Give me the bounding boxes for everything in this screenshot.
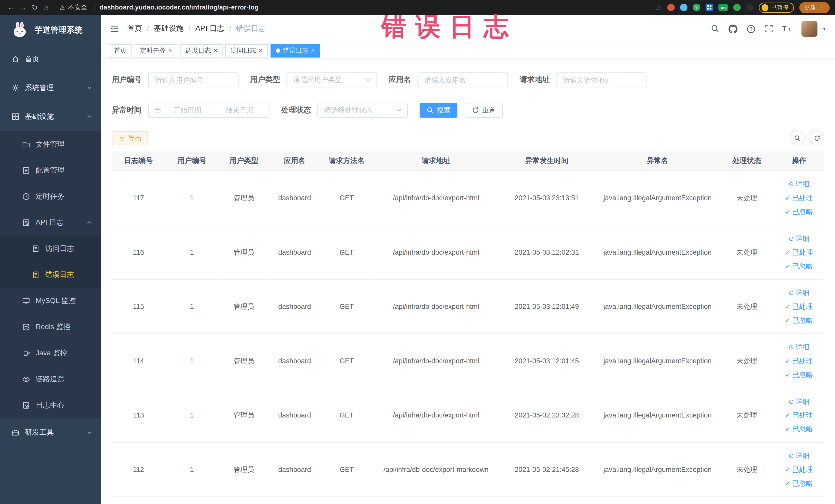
app-logo[interactable]: 芋道管理系统 <box>0 15 101 45</box>
breadcrumb-item-home[interactable]: 首页 <box>127 24 142 33</box>
sidebar-item-error-log[interactable]: 错误日志 <box>0 262 101 288</box>
request-url-input[interactable] <box>556 73 647 87</box>
breadcrumb-item-api-log[interactable]: API 日志 <box>195 24 224 33</box>
sidebar-item-log-center[interactable]: 日志中心 <box>0 392 101 418</box>
grid-icon <box>11 113 20 121</box>
sidebar-item-access-log[interactable]: 访问日志 <box>0 236 101 262</box>
mark-ignored-link[interactable]: ✓ 已忽略 <box>776 205 822 219</box>
mark-processed-link[interactable]: ✓ 已处理 <box>776 300 822 314</box>
tab-scheduled-tasks[interactable]: 定时任务 × <box>135 44 177 57</box>
mark-processed-link[interactable]: ✓ 已处理 <box>776 354 822 368</box>
mark-ignored-link[interactable]: ✓ 已忽略 <box>776 368 822 382</box>
tab-error-log[interactable]: 错误日志 × <box>270 44 320 57</box>
sidebar-submenu-infrastructure: 文件管理 配置管理 定时任务 API 日志 <box>0 131 101 418</box>
user-avatar[interactable] <box>801 21 817 37</box>
mark-processed-link[interactable]: ✓ 已处理 <box>776 245 822 259</box>
sidebar-item-dev-tools[interactable]: 研发工具 <box>0 418 101 447</box>
cell-exception-time: 2021-05-02 21:45:28 <box>499 442 595 497</box>
extension-icon-blue-drop[interactable] <box>680 4 687 11</box>
extension-icon-red[interactable] <box>667 4 675 11</box>
select-placeholder: 请选择用户类型 <box>293 75 342 85</box>
avatar-caret-icon[interactable]: ▼ <box>822 26 826 31</box>
search-button[interactable]: 搜索 <box>420 103 457 118</box>
address-bar[interactable]: dashboard.yudao.iocoder.cn/infra/log/api… <box>100 4 259 11</box>
detail-link-label: 详细 <box>795 286 809 300</box>
extension-icon-blue-grid[interactable] <box>706 4 713 11</box>
extension-icon-paw[interactable] <box>746 4 754 11</box>
refresh-table-button[interactable] <box>809 130 824 145</box>
app-name-input[interactable] <box>418 73 508 87</box>
detail-link[interactable]: ⊙ 详细 <box>776 231 822 245</box>
mark-ignored-link[interactable]: ✓ 已忽略 <box>776 314 822 327</box>
cell-user-id: 1 <box>165 388 219 442</box>
mark-ignored-link[interactable]: ✓ 已忽略 <box>776 477 822 490</box>
close-icon[interactable]: × <box>168 47 172 54</box>
mark-processed-link[interactable]: ✓ 已处理 <box>776 191 822 205</box>
detail-link[interactable]: ⊙ 详细 <box>776 177 822 191</box>
mark-processed-link[interactable]: ✓ 已处理 <box>776 408 822 422</box>
font-size-icon[interactable]: TT <box>782 24 792 33</box>
sidebar-item-system-mgmt[interactable]: 系统管理 <box>0 74 101 102</box>
toggle-search-button[interactable] <box>790 130 805 145</box>
detail-link[interactable]: ⊙ 详细 <box>776 449 822 463</box>
close-icon[interactable]: × <box>259 47 263 54</box>
sidebar-item-mysql-monitor[interactable]: MySQL 监控 <box>0 287 101 314</box>
cell-log-id: 112 <box>112 442 165 497</box>
hamburger-icon[interactable] <box>109 24 119 33</box>
browser-home-icon[interactable]: ⌂ <box>41 3 53 12</box>
back-icon[interactable]: ← <box>5 3 17 12</box>
sidebar-item-redis-monitor[interactable]: Redis 监控 <box>0 314 101 340</box>
breadcrumb-item-error-log: 错误日志 <box>236 24 266 33</box>
tab-home[interactable]: 首页 <box>108 44 132 57</box>
github-icon[interactable] <box>729 24 737 33</box>
breadcrumb-separator: / <box>147 24 149 33</box>
cell-user-type: 管理员 <box>219 334 269 388</box>
export-button[interactable]: 导出 <box>112 131 148 145</box>
reload-icon[interactable]: ↻ <box>29 3 41 12</box>
chevron-up-icon <box>86 219 93 226</box>
sidebar-item-home[interactable]: 首页 <box>0 45 101 74</box>
mark-processed-link[interactable]: ✓ 已处理 <box>776 463 822 477</box>
bookmark-star-icon[interactable]: ☆ <box>656 3 662 11</box>
detail-link[interactable]: ⊙ 详细 <box>776 286 822 300</box>
forward-icon[interactable]: → <box>17 3 29 12</box>
cell-process-status: 未处理 <box>720 279 774 334</box>
sidebar-item-file-mgmt[interactable]: 文件管理 <box>0 131 101 157</box>
mark-ignored-link[interactable]: ✓ 已忽略 <box>776 422 822 436</box>
cell-process-status: 未处理 <box>720 334 774 388</box>
close-icon[interactable]: × <box>311 47 315 54</box>
user-type-select[interactable]: 请选择用户类型 <box>286 73 377 87</box>
tab-schedule-log[interactable]: 调度日志 × <box>180 44 223 57</box>
extension-icon-green-y[interactable]: Y <box>693 4 700 11</box>
exception-time-range-picker[interactable]: 开始日期 - 结束日期 <box>148 103 269 118</box>
detail-link[interactable]: ⊙ 详细 <box>776 340 822 354</box>
extension-icon-green[interactable] <box>733 4 741 11</box>
mark-ignored-link[interactable]: ✓ 已忽略 <box>776 259 822 273</box>
sidebar-item-api-log[interactable]: API 日志 <box>0 209 101 236</box>
extension-icon-on-badge[interactable]: on <box>718 4 728 11</box>
search-icon[interactable] <box>711 24 719 33</box>
reset-button[interactable]: 重置 <box>465 103 503 118</box>
sidebar-item-tracing[interactable]: 链路追踪 <box>0 366 101 392</box>
close-icon[interactable]: × <box>213 47 218 54</box>
col-user-id: 用户编号 <box>165 151 219 171</box>
more-menu-icon[interactable]: ⋮ <box>819 4 825 11</box>
sidebar-item-scheduled-tasks[interactable]: 定时任务 <box>0 183 101 209</box>
filter-row-2: 异常时间 开始日期 - 结束日期 处理状态 请选择处理状态 <box>112 103 824 118</box>
top-navbar: 首页 / 基础设施 / API 日志 / 错误日志 ? TT ▼ <box>101 15 835 43</box>
sidebar-item-config-mgmt[interactable]: 配置管理 <box>0 157 101 183</box>
profile-paused-chip[interactable]: 已暂停 <box>759 2 794 12</box>
detail-link[interactable]: ⊙ 详细 <box>776 395 822 408</box>
sidebar-item-java-monitor[interactable]: Java 监控 <box>0 340 101 366</box>
breadcrumb-item-infrastructure[interactable]: 基础设施 <box>154 24 184 33</box>
update-button[interactable]: 更新 ⋮ <box>799 2 830 13</box>
help-icon[interactable]: ? <box>747 24 756 33</box>
process-status-select[interactable]: 请选择处理状态 <box>317 103 408 118</box>
user-id-input[interactable] <box>148 73 239 87</box>
check-icon: ✓ <box>785 463 791 477</box>
table-row: 117 1 管理员 dashboard GET /api/infra/db-do… <box>112 171 824 225</box>
security-indicator[interactable]: ⚠ 不安全 | <box>60 3 100 12</box>
tab-access-log[interactable]: 访问日志 × <box>225 44 268 57</box>
fullscreen-icon[interactable] <box>765 24 773 33</box>
sidebar-item-infrastructure[interactable]: 基础设施 <box>0 102 101 131</box>
